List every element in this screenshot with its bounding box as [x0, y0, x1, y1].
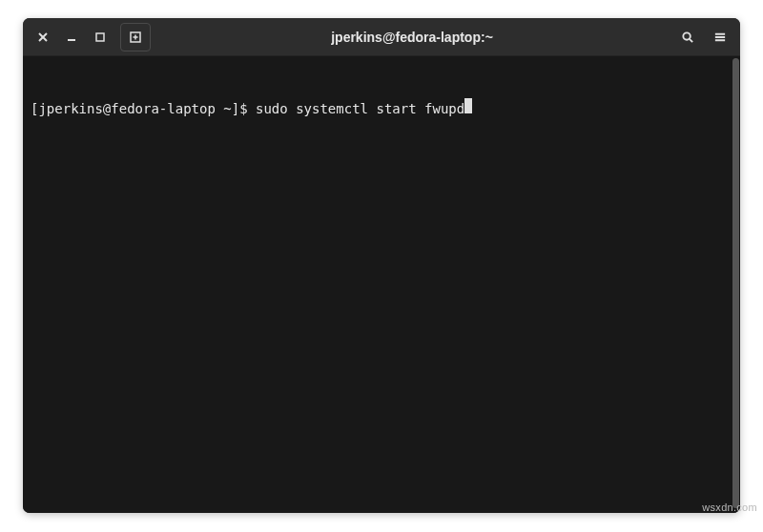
watermark: wsxdn.com	[702, 501, 757, 513]
svg-point-7	[683, 32, 690, 39]
titlebar[interactable]: jperkins@fedora-laptop:~	[23, 18, 740, 56]
search-icon	[681, 31, 694, 44]
close-icon	[36, 31, 50, 44]
menu-icon	[713, 31, 727, 44]
window-title: jperkins@fedora-laptop:~	[155, 30, 670, 45]
menu-button[interactable]	[706, 23, 734, 51]
titlebar-right-controls	[673, 23, 734, 51]
shell-prompt: [jperkins@fedora-laptop ~]$	[31, 100, 256, 118]
search-button[interactable]	[673, 23, 702, 51]
terminal-body[interactable]: [jperkins@fedora-laptop ~]$ sudo systemc…	[23, 56, 740, 513]
svg-line-8	[690, 38, 692, 41]
cursor	[464, 98, 472, 113]
new-tab-button[interactable]	[120, 23, 151, 51]
minimize-icon	[65, 31, 78, 44]
new-tab-icon	[128, 30, 143, 45]
maximize-button[interactable]	[86, 23, 114, 51]
minimize-button[interactable]	[57, 23, 86, 51]
titlebar-left-controls	[29, 23, 151, 51]
scrollbar[interactable]	[732, 58, 739, 508]
terminal-line: [jperkins@fedora-laptop ~]$ sudo systemc…	[31, 98, 732, 118]
maximize-icon	[93, 31, 107, 44]
svg-rect-3	[96, 33, 104, 41]
shell-command: sudo systemctl start fwupd	[256, 100, 464, 118]
terminal-window: jperkins@fedora-laptop:~ [jperkins@fedor…	[23, 18, 740, 513]
close-button[interactable]	[29, 23, 57, 51]
